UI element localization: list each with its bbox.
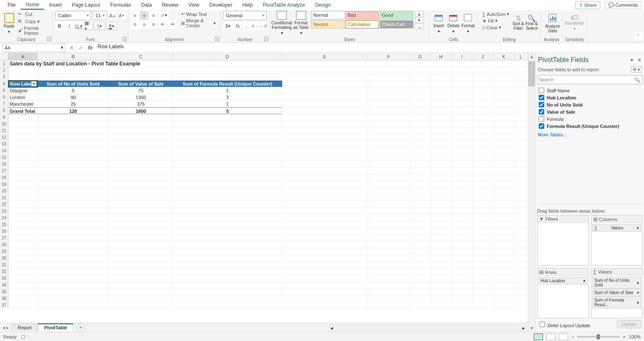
cell[interactable] — [282, 154, 368, 161]
cell[interactable] — [38, 215, 109, 221]
row-28[interactable]: 28 — [0, 242, 8, 248]
cell[interactable] — [109, 282, 173, 289]
cell[interactable] — [8, 235, 38, 242]
align-right-button[interactable]: ≡ — [149, 20, 158, 29]
cell[interactable] — [494, 181, 515, 188]
cell[interactable] — [515, 174, 528, 181]
cell[interactable] — [410, 235, 431, 242]
cell[interactable] — [410, 282, 431, 289]
cell[interactable] — [109, 114, 173, 121]
cell[interactable] — [452, 114, 473, 121]
cell[interactable] — [452, 208, 473, 215]
cell[interactable] — [173, 141, 282, 148]
col-G[interactable]: G — [410, 53, 431, 60]
horizontal-scrollbar[interactable]: ◂▸ — [329, 325, 526, 331]
cell[interactable]: Sum of Formula Result (Unique Counter) — [173, 81, 282, 87]
cell[interactable] — [282, 275, 368, 282]
align-left-button[interactable]: ≡ — [131, 20, 139, 29]
style-check-cell[interactable]: Check Cell — [380, 20, 413, 29]
cell[interactable] — [109, 255, 173, 262]
style-bad[interactable]: Bad — [345, 11, 379, 19]
cell[interactable] — [8, 121, 38, 128]
cell[interactable] — [515, 188, 528, 195]
conditional-formatting-button[interactable]: Conditional Formatting▾ — [273, 11, 291, 35]
cell[interactable] — [410, 208, 431, 215]
cell[interactable] — [473, 289, 494, 295]
row-37[interactable]: 37 — [0, 302, 8, 309]
delete-cells-button[interactable]: Delete▾ — [447, 11, 460, 35]
percent-button[interactable]: % — [234, 22, 242, 30]
cell[interactable] — [8, 188, 38, 195]
view-page-layout-button[interactable] — [546, 333, 556, 340]
cell[interactable] — [473, 235, 494, 242]
cell[interactable] — [515, 235, 528, 242]
copy-button[interactable]: Copy ▾ — [16, 18, 50, 25]
cell[interactable] — [515, 181, 528, 188]
cell[interactable] — [173, 195, 282, 201]
cell[interactable] — [282, 282, 368, 289]
cell[interactable] — [109, 121, 173, 128]
row-21[interactable]: 21 — [0, 195, 8, 201]
align-middle-button[interactable]: ≡ — [140, 11, 148, 20]
merge-center-button[interactable]: ⊞Merge & Center ▾ — [179, 18, 218, 29]
sheet-tab-pivottable[interactable]: PivotTable — [38, 323, 73, 331]
cell[interactable] — [109, 74, 173, 81]
cell[interactable] — [282, 94, 368, 101]
styles-more-button[interactable]: ⌄ — [415, 23, 423, 29]
cell[interactable] — [38, 248, 109, 255]
accounting-button[interactable]: $▾ — [223, 22, 233, 30]
cell[interactable] — [173, 268, 282, 275]
cell[interactable] — [368, 67, 410, 74]
row-17[interactable]: 17 — [0, 168, 8, 174]
cell[interactable] — [410, 262, 431, 268]
col-D[interactable]: D — [173, 53, 282, 60]
cell[interactable]: Sales data by Staff and Location - Pivot… — [8, 60, 142, 67]
cell[interactable] — [368, 215, 410, 221]
cell[interactable] — [109, 248, 173, 255]
cell[interactable] — [8, 221, 38, 228]
format-cells-button[interactable]: Format▾ — [461, 11, 475, 35]
cell[interactable] — [473, 168, 494, 174]
cell[interactable] — [431, 248, 452, 255]
cell[interactable] — [473, 154, 494, 161]
paste-button[interactable]: Paste ▾ — [3, 11, 16, 36]
confirm-entry-button[interactable]: ✓ — [76, 44, 86, 52]
cell[interactable] — [515, 81, 528, 87]
cell[interactable] — [431, 295, 452, 302]
cell[interactable] — [473, 275, 494, 282]
style-calculation[interactable]: Calculation — [345, 20, 379, 29]
cell[interactable] — [38, 141, 109, 148]
cell[interactable] — [431, 302, 452, 309]
cell[interactable] — [38, 289, 109, 295]
cell[interactable] — [282, 148, 368, 154]
cell[interactable] — [494, 121, 515, 128]
cell[interactable] — [368, 87, 410, 94]
cell[interactable] — [368, 168, 410, 174]
cell[interactable] — [173, 74, 282, 81]
cell[interactable] — [515, 242, 528, 248]
fill-button[interactable]: ▼Fill ▾ — [480, 18, 511, 24]
macro-record-icon[interactable]: ▢ — [21, 334, 25, 339]
row-32[interactable]: 32 — [0, 268, 8, 275]
cell[interactable] — [410, 181, 431, 188]
cell[interactable] — [473, 148, 494, 154]
italic-button[interactable]: I — [65, 22, 73, 30]
cell[interactable] — [410, 221, 431, 228]
cell[interactable] — [173, 67, 282, 74]
col-H[interactable]: H — [431, 53, 452, 60]
cell[interactable] — [452, 81, 473, 87]
cell[interactable] — [282, 174, 368, 181]
cell[interactable] — [452, 94, 473, 101]
cell[interactable] — [452, 248, 473, 255]
cell[interactable] — [473, 255, 494, 262]
cell[interactable] — [410, 154, 431, 161]
col-K[interactable]: K — [493, 53, 514, 60]
tab-pivot-analyze[interactable]: PivotTable Analyze — [258, 1, 310, 9]
cell[interactable] — [494, 148, 515, 154]
cell[interactable] — [410, 121, 431, 128]
cell[interactable] — [282, 201, 368, 208]
cell[interactable] — [410, 101, 431, 107]
cell[interactable] — [452, 141, 473, 148]
cell[interactable] — [109, 181, 173, 188]
cell[interactable] — [8, 168, 38, 174]
